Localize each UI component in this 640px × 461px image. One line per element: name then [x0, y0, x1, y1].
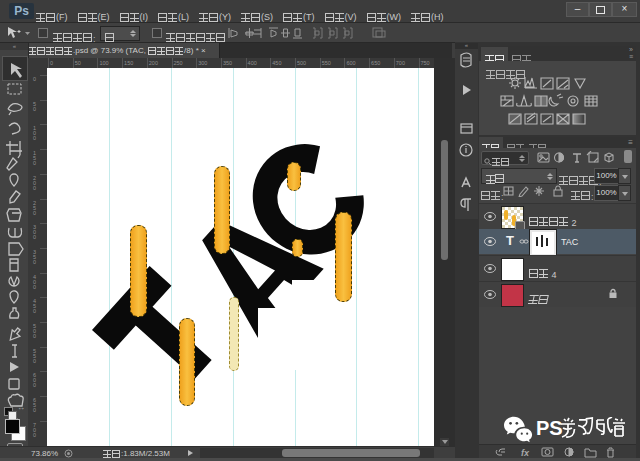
- svg-text:fx: fx: [521, 448, 530, 458]
